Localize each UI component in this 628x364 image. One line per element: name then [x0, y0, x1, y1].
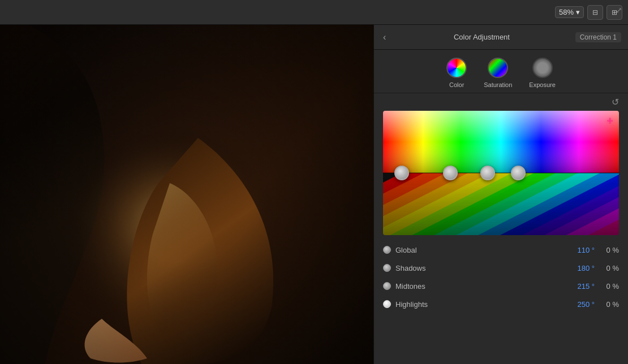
- label-midtones: Midtones: [395, 282, 567, 291]
- fullscreen-icon[interactable]: ⤢: [616, 6, 622, 15]
- panel-back-button[interactable]: ‹: [381, 32, 388, 42]
- color-gradient-bottom: [383, 173, 619, 235]
- color-dot-shadows: [383, 264, 391, 272]
- color-row-shadows[interactable]: Shadows 180 ° 0 %: [383, 259, 619, 277]
- split-icon: ⊟: [592, 8, 598, 16]
- color-row-midtones[interactable]: Midtones 215 ° 0 %: [383, 277, 619, 295]
- photo-panel: [0, 25, 373, 364]
- control-dots: [383, 166, 619, 180]
- zoom-value: 58%: [559, 8, 574, 16]
- color-rows-section: Global 110 ° 0 % Shadows 180 ° 0 % Midto…: [374, 235, 628, 364]
- main-area: ‹ Color Adjustment Correction 1 Color Sa…: [0, 25, 628, 364]
- percent-global: 0 %: [599, 246, 619, 254]
- correction-label: Correction 1: [575, 32, 621, 42]
- angle-global: 110 °: [572, 246, 595, 254]
- panel-header: ‹ Color Adjustment Correction 1: [374, 25, 628, 50]
- percent-shadows: 0 %: [599, 264, 619, 272]
- tool-saturation[interactable]: Saturation: [484, 58, 512, 88]
- tool-saturation-label: Saturation: [484, 81, 512, 88]
- control-dot-highlights[interactable]: [511, 166, 526, 180]
- percent-highlights: 0 %: [599, 300, 619, 309]
- control-dot-global[interactable]: [394, 166, 409, 180]
- angle-midtones: 215 °: [572, 282, 595, 291]
- color-row-global[interactable]: Global 110 ° 0 %: [383, 241, 619, 259]
- color-gradient-top: [383, 111, 619, 173]
- tool-color[interactable]: Color: [446, 58, 467, 88]
- reset-row: ↺: [374, 93, 628, 111]
- color-picker-area[interactable]: +: [383, 111, 619, 235]
- label-highlights: Highlights: [395, 300, 567, 309]
- tool-exposure[interactable]: Exposure: [529, 58, 555, 88]
- toolbar-icon-btn-1[interactable]: ⊟: [587, 5, 603, 20]
- zoom-chevron-icon: ▾: [576, 8, 580, 16]
- add-color-button[interactable]: +: [607, 115, 613, 127]
- control-dot-midtones[interactable]: [480, 166, 495, 180]
- color-dot-midtones: [383, 282, 391, 290]
- tool-color-label: Color: [449, 81, 464, 88]
- color-dot-global: [383, 246, 391, 254]
- toolbar: 58% ▾ ⊟ ⊞ ⤢: [0, 0, 628, 25]
- control-dot-shadows[interactable]: [443, 166, 458, 180]
- percent-midtones: 0 %: [599, 282, 619, 291]
- tool-exposure-label: Exposure: [529, 81, 555, 88]
- color-ball-icon: [446, 58, 467, 78]
- label-shadows: Shadows: [395, 264, 567, 272]
- label-global: Global: [395, 246, 567, 254]
- color-row-highlights[interactable]: Highlights 250 ° 0 %: [383, 295, 619, 313]
- panel-title: Color Adjustment: [392, 33, 571, 41]
- angle-shadows: 180 °: [572, 264, 595, 272]
- tool-icons-row: Color Saturation Exposure: [374, 50, 628, 93]
- photo-canvas: [0, 25, 373, 364]
- exposure-ball-icon: [532, 58, 553, 78]
- saturation-ball-icon: [488, 58, 508, 78]
- reset-icon[interactable]: ↺: [612, 97, 619, 107]
- color-dot-highlights: [383, 300, 391, 308]
- angle-highlights: 250 °: [572, 300, 595, 309]
- right-panel: ‹ Color Adjustment Correction 1 Color Sa…: [373, 25, 628, 364]
- zoom-dropdown[interactable]: 58% ▾: [555, 6, 584, 18]
